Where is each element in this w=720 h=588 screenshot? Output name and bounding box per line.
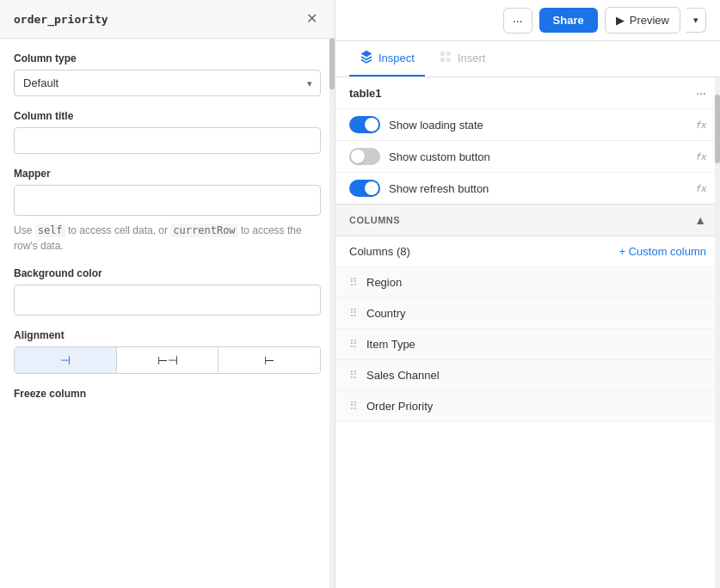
columns-header: COLUMNS ▲ bbox=[335, 204, 720, 236]
right-scrollbar-track bbox=[715, 77, 720, 588]
show-refresh-button-label: Show refresh button bbox=[389, 182, 489, 195]
drag-handle-icon[interactable]: ⠿ bbox=[349, 307, 358, 320]
svg-rect-2 bbox=[440, 58, 445, 62]
show-custom-button-label: Show custom button bbox=[389, 150, 490, 163]
columns-count-row: Columns (8) + Custom column bbox=[335, 236, 720, 267]
column-name: Item Type bbox=[366, 338, 415, 351]
align-left-icon: ⊣ bbox=[60, 353, 71, 367]
preview-dropdown-button[interactable]: ▾ bbox=[686, 8, 706, 33]
bg-color-input[interactable] bbox=[14, 285, 321, 315]
layers-icon bbox=[360, 50, 373, 66]
alignment-buttons: ⊣ ⊢⊣ ⊢ bbox=[14, 346, 321, 374]
table-row: ⠿ Country bbox=[335, 298, 720, 329]
panel-header: order_priority ✕ bbox=[0, 0, 335, 39]
chevron-down-icon: ▾ bbox=[693, 15, 698, 25]
column-title-label: Column title bbox=[14, 110, 321, 122]
mapper-section: Mapper Use self to access cell data, or … bbox=[14, 168, 321, 254]
show-custom-button-row: Show custom button fx bbox=[335, 140, 720, 172]
column-type-select[interactable]: Default Text Number Date Boolean bbox=[14, 70, 321, 96]
show-loading-state-toggle[interactable] bbox=[349, 116, 380, 133]
drag-handle-icon[interactable]: ⠿ bbox=[349, 369, 358, 382]
column-title-input[interactable]: Order Priority bbox=[14, 127, 321, 154]
show-refresh-button-toggle[interactable] bbox=[349, 180, 380, 197]
right-panel: ··· Share ▶ Preview ▾ Inspect bbox=[335, 0, 720, 588]
drag-handle-icon[interactable]: ⠿ bbox=[349, 338, 358, 351]
tab-insert[interactable]: Insert bbox=[428, 41, 496, 77]
table-header-row: table1 ··· bbox=[335, 77, 720, 108]
toggle-left: Show loading state bbox=[349, 116, 483, 133]
refresh-button-fx[interactable]: fx bbox=[695, 183, 706, 194]
left-scrollbar-thumb[interactable] bbox=[329, 38, 335, 89]
add-custom-column-button[interactable]: + Custom column bbox=[618, 245, 706, 258]
column-title-section: Column title Order Priority bbox=[14, 110, 321, 154]
top-bar: ··· Share ▶ Preview ▾ bbox=[335, 0, 720, 41]
right-scrollbar-thumb[interactable] bbox=[715, 95, 720, 163]
show-loading-state-row: Show loading state fx bbox=[335, 108, 720, 140]
insert-label: Insert bbox=[458, 52, 486, 64]
tab-inspect[interactable]: Inspect bbox=[349, 41, 425, 77]
table-name: table1 bbox=[349, 87, 382, 100]
panel-content: Column type Default Text Number Date Boo… bbox=[0, 39, 335, 588]
alignment-section: Alignment ⊣ ⊢⊣ ⊢ bbox=[14, 329, 321, 374]
table-options-button[interactable]: ··· bbox=[696, 86, 706, 100]
share-button[interactable]: Share bbox=[539, 8, 598, 33]
column-name: Region bbox=[366, 276, 402, 289]
more-icon: ··· bbox=[513, 14, 523, 28]
alignment-label: Alignment bbox=[14, 329, 321, 341]
mapper-label: Mapper bbox=[14, 168, 321, 180]
table-row: ⠿ Sales Channel bbox=[335, 360, 720, 391]
tabs-row: Inspect Insert bbox=[335, 41, 720, 77]
panel-title: order_priority bbox=[14, 13, 108, 26]
column-type-wrapper: Default Text Number Date Boolean ▾ bbox=[14, 70, 321, 96]
show-refresh-button-row: Show refresh button fx bbox=[335, 172, 720, 204]
mapper-input[interactable] bbox=[14, 185, 321, 216]
right-content: table1 ··· Show loading state fx Show cu… bbox=[335, 77, 720, 588]
bg-color-section: Background color bbox=[14, 267, 321, 315]
close-button[interactable]: ✕ bbox=[303, 10, 321, 28]
play-icon: ▶ bbox=[616, 14, 625, 27]
align-right-icon: ⊢ bbox=[264, 353, 274, 367]
columns-title: COLUMNS bbox=[349, 215, 400, 225]
columns-count: Columns (8) bbox=[349, 245, 410, 258]
toggle-left: Show custom button bbox=[349, 148, 490, 165]
column-name: Sales Channel bbox=[366, 369, 440, 382]
custom-button-fx[interactable]: fx bbox=[695, 151, 706, 162]
loading-state-fx[interactable]: fx bbox=[695, 119, 706, 131]
preview-label: Preview bbox=[630, 14, 669, 27]
preview-button[interactable]: ▶ Preview bbox=[605, 7, 680, 34]
toggle-knob bbox=[351, 150, 365, 163]
toggle-knob bbox=[365, 118, 378, 132]
column-type-label: Column type bbox=[14, 52, 321, 64]
mapper-helper-text: Use self to access cell data, or current… bbox=[14, 223, 321, 254]
align-center-icon: ⊢⊣ bbox=[157, 353, 178, 367]
insert-icon bbox=[439, 50, 452, 66]
freeze-column-section: Freeze column bbox=[14, 388, 321, 400]
svg-rect-1 bbox=[446, 52, 451, 56]
show-loading-state-label: Show loading state bbox=[389, 119, 483, 132]
inspect-label: Inspect bbox=[378, 52, 415, 64]
align-center-button[interactable]: ⊢⊣ bbox=[117, 347, 219, 373]
column-type-section: Column type Default Text Number Date Boo… bbox=[14, 52, 321, 96]
left-scrollbar-track bbox=[329, 38, 335, 588]
freeze-column-label: Freeze column bbox=[14, 388, 321, 400]
svg-rect-3 bbox=[446, 58, 451, 62]
align-right-button[interactable]: ⊢ bbox=[218, 347, 320, 373]
align-left-button[interactable]: ⊣ bbox=[15, 347, 117, 373]
toggle-left: Show refresh button bbox=[349, 180, 489, 197]
svg-rect-0 bbox=[440, 52, 445, 56]
table-row: ⠿ Order Priority bbox=[335, 391, 720, 422]
bg-color-label: Background color bbox=[14, 267, 321, 279]
left-panel: order_priority ✕ Column type Default Tex… bbox=[0, 0, 335, 588]
show-custom-button-toggle[interactable] bbox=[349, 148, 380, 165]
column-name: Country bbox=[366, 307, 406, 320]
columns-collapse-button[interactable]: ▲ bbox=[694, 213, 706, 227]
toggle-knob bbox=[365, 181, 378, 195]
columns-section: COLUMNS ▲ Columns (8) + Custom column ⠿ … bbox=[335, 204, 720, 422]
drag-handle-icon[interactable]: ⠿ bbox=[349, 276, 358, 289]
table-row: ⠿ Region bbox=[335, 267, 720, 298]
column-name: Order Priority bbox=[366, 400, 433, 413]
more-options-button[interactable]: ··· bbox=[503, 8, 532, 34]
table-row: ⠿ Item Type bbox=[335, 329, 720, 360]
drag-handle-icon[interactable]: ⠿ bbox=[349, 400, 358, 413]
